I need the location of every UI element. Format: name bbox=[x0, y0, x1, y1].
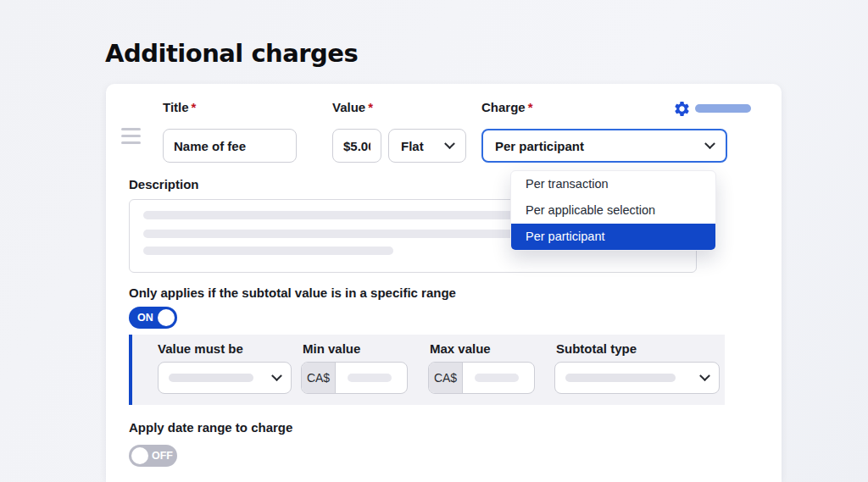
placeholder-line bbox=[565, 374, 676, 382]
title-field-label: Title* bbox=[163, 100, 196, 114]
charge-dropdown-menu: Per transaction Per applicable selection… bbox=[510, 170, 716, 251]
charge-select[interactable]: Per participant bbox=[481, 129, 727, 163]
subtotal-type-label: Subtotal type bbox=[556, 341, 637, 356]
charge-label-text: Charge bbox=[481, 100, 526, 114]
subtotal-range-label: Only applies if the subtotal value is in… bbox=[129, 285, 456, 300]
title-input[interactable] bbox=[163, 129, 297, 163]
charge-option-per-applicable-selection[interactable]: Per applicable selection bbox=[511, 197, 715, 224]
value-must-be-select[interactable] bbox=[158, 362, 292, 394]
date-range-label: Apply date range to charge bbox=[129, 420, 292, 435]
placeholder-line bbox=[143, 211, 533, 219]
progress-pill bbox=[695, 104, 751, 113]
charge-option-per-participant[interactable]: Per participant bbox=[511, 224, 715, 250]
toggle-knob bbox=[158, 309, 175, 326]
required-asterisk: * bbox=[368, 100, 373, 114]
max-value-input[interactable]: CA$ bbox=[428, 362, 535, 394]
placeholder-line bbox=[143, 230, 533, 238]
min-value-label: Min value bbox=[303, 341, 360, 356]
description-label: Description bbox=[129, 177, 199, 191]
additional-charge-card: Title* Value* Charge* Flat Per participa… bbox=[106, 84, 782, 482]
charge-field-label: Charge* bbox=[481, 100, 533, 114]
value-label-text: Value bbox=[332, 100, 365, 114]
gear-icon[interactable] bbox=[673, 100, 691, 118]
placeholder-line bbox=[475, 374, 519, 382]
toggle-knob bbox=[131, 447, 148, 464]
page-title: Additional charges bbox=[105, 39, 358, 68]
subtotal-range-toggle[interactable]: ON bbox=[129, 307, 177, 329]
drag-handle-icon[interactable] bbox=[121, 128, 141, 148]
value-type-select[interactable]: Flat bbox=[388, 129, 466, 163]
chevron-down-icon bbox=[699, 370, 710, 381]
placeholder-line bbox=[348, 374, 392, 382]
toggle-state-text: OFF bbox=[152, 450, 173, 462]
value-type-selected: Flat bbox=[401, 139, 424, 153]
toggle-state-text: ON bbox=[137, 312, 153, 324]
chevron-down-icon bbox=[704, 138, 715, 149]
chevron-down-icon bbox=[271, 370, 282, 381]
charge-selected: Per participant bbox=[495, 139, 584, 153]
required-asterisk: * bbox=[192, 100, 197, 114]
charge-option-per-transaction[interactable]: Per transaction bbox=[511, 171, 715, 197]
subtotal-range-section: Value must be Min value Max value Subtot… bbox=[129, 335, 725, 405]
placeholder-line bbox=[169, 374, 253, 382]
placeholder-line bbox=[143, 247, 393, 255]
min-value-input[interactable]: CA$ bbox=[301, 362, 408, 394]
value-field-label: Value* bbox=[332, 100, 373, 114]
chevron-down-icon bbox=[444, 138, 455, 149]
date-range-toggle[interactable]: OFF bbox=[129, 445, 177, 467]
title-label-text: Title bbox=[163, 100, 189, 114]
max-value-label: Max value bbox=[430, 341, 491, 356]
subtotal-type-select[interactable] bbox=[554, 362, 720, 394]
currency-prefix: CA$ bbox=[302, 363, 336, 393]
currency-prefix: CA$ bbox=[429, 363, 463, 393]
required-asterisk: * bbox=[528, 100, 533, 114]
value-amount-input[interactable] bbox=[332, 129, 381, 163]
value-must-be-label: Value must be bbox=[158, 341, 243, 356]
